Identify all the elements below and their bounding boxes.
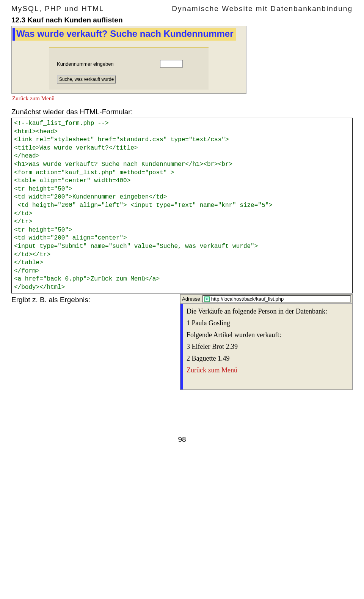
result-back-link[interactable]: Zurück zum Menü [187,366,237,374]
knr-label: Kundennummer eingeben [54,58,156,73]
back-link[interactable]: Zurück zum Menü [12,95,353,102]
address-label: Adresse [182,296,200,302]
url-text: http://localhost/back/kauf_list.php [211,296,284,302]
intro-text: Zunächst wieder das HTML-Formular: [11,108,353,116]
result-line-top: Die Verkäufe an folgende Person in der D… [187,307,348,315]
result-line-4: 2 Baguette 1.49 [187,355,348,363]
form-screenshot: Was wurde verkauft? Suche nach Kundennum… [11,26,246,94]
form-panel: Kundennummer eingeben [49,47,209,90]
address-field[interactable]: e http://localhost/back/kauf_list.php [202,295,351,303]
page-number: 98 [11,435,353,444]
result-line-2: Folgende Artikel wurden verkauft: [187,331,348,339]
running-header: MySQL, PHP und HTML Dynamische Website m… [11,5,353,13]
header-left: MySQL, PHP und HTML [11,5,104,13]
search-button[interactable] [57,75,116,84]
knr-input[interactable] [160,60,183,68]
result-screenshot: Adresse e http://localhost/back/kauf_lis… [180,294,353,390]
code-listing: <!--kauf_list_form.php --> <html><head> … [11,118,353,293]
section-heading: 12.3 Kauf nach Kunden auflisten [11,16,353,24]
result-line-3: 3 Eifeler Brot 2.39 [187,343,348,351]
result-label: Ergibt z. B. als Ergebnis: [11,296,90,390]
result-line-1: 1 Paula Gosling [187,319,348,327]
page-icon: e [204,296,210,302]
header-right: Dynamische Website mit Datenbankanbindun… [172,5,353,13]
form-title: Was wurde verkauft? Suche nach Kundennum… [13,28,236,41]
